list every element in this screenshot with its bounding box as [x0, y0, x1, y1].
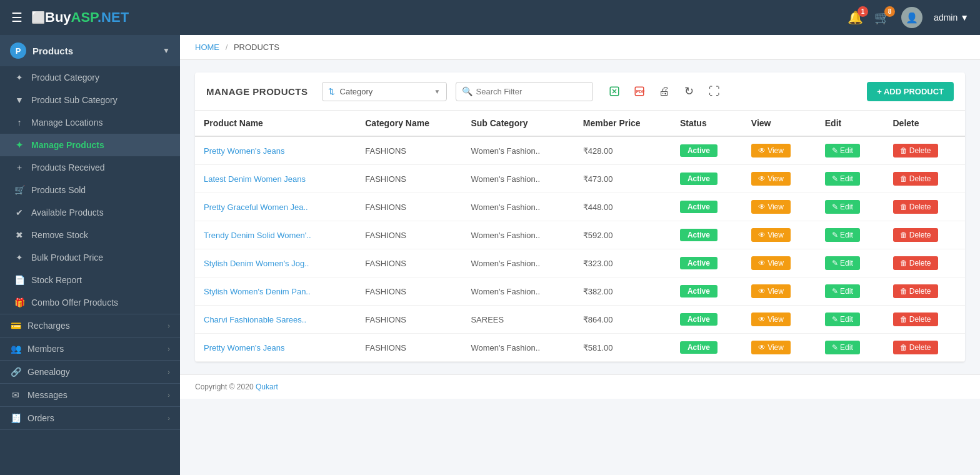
sidebar-members[interactable]: 👥 Members › [0, 338, 180, 360]
cell-price: ₹592.00 [574, 221, 671, 249]
product-link[interactable]: Latest Denim Women Jeans [204, 174, 306, 184]
cell-product-name: Charvi Fashionable Sarees.. [195, 306, 356, 334]
expand-icon[interactable]: ⬜ [31, 11, 45, 24]
cell-sub-category: Women's Fashion.. [462, 278, 574, 306]
edit-button[interactable]: ✎ Edit [825, 144, 860, 158]
username-label[interactable]: admin ▼ [934, 12, 969, 22]
cell-sub-category: Women's Fashion.. [462, 136, 574, 165]
fullscreen-button[interactable]: ⛶ [704, 81, 724, 101]
edit-button[interactable]: ✎ Edit [825, 256, 860, 270]
hamburger-icon[interactable]: ☰ [11, 10, 22, 25]
sidebar-messages-section: ✉ Messages › [0, 384, 180, 407]
product-link[interactable]: Charvi Fashionable Sarees.. [204, 315, 306, 324]
notification-bell[interactable]: 🔔 1 [848, 10, 863, 25]
view-button[interactable]: 👁 View [751, 200, 791, 214]
edit-button[interactable]: ✎ Edit [825, 312, 860, 326]
col-view: View [742, 111, 816, 136]
messages-chevron: › [168, 391, 170, 399]
export-pdf-button[interactable]: PDF [629, 81, 649, 101]
sidebar-recharges[interactable]: 💳 Recharges › [0, 314, 180, 337]
delete-button[interactable]: 🗑 Delete [893, 341, 938, 354]
view-button[interactable]: 👁 View [751, 341, 791, 354]
cell-status: Active [671, 334, 742, 362]
sidebar-genealogy[interactable]: 🔗 Genealogy › [0, 361, 180, 383]
footer-brand[interactable]: Qukart [256, 382, 278, 391]
manage-products-card: MANAGE PRODUCTS Category 🔍 PDF [195, 72, 965, 362]
product-link[interactable]: Pretty Women's Jeans [204, 146, 284, 156]
manage-locations-icon: ↑ [14, 118, 25, 128]
breadcrumb-home[interactable]: HOME [195, 42, 219, 52]
status-badge: Active [680, 229, 718, 241]
cell-view: 👁 View [742, 334, 816, 362]
delete-button[interactable]: 🗑 Delete [893, 312, 938, 326]
sidebar-item-remove-stock[interactable]: ✖ Remove Stock [0, 224, 180, 246]
footer: Copyright © 2020 Qukart [180, 374, 980, 399]
view-button[interactable]: 👁 View [751, 228, 791, 242]
search-wrap: 🔍 [456, 82, 593, 101]
add-product-button[interactable]: + ADD PRODUCT [867, 82, 954, 101]
sidebar-item-product-category[interactable]: ✦ Product Category [0, 66, 180, 89]
delete-button[interactable]: 🗑 Delete [893, 172, 938, 186]
sidebar-item-manage-locations[interactable]: ↑ Manage Locations [0, 111, 180, 134]
edit-button[interactable]: ✎ Edit [825, 228, 860, 242]
products-sold-label: Products Sold [31, 185, 86, 195]
delete-button[interactable]: 🗑 Delete [893, 256, 938, 270]
product-link[interactable]: Pretty Women's Jeans [204, 343, 284, 352]
cell-status: Active [671, 136, 742, 165]
products-section-chevron: ▼ [162, 46, 170, 55]
delete-button[interactable]: 🗑 Delete [893, 144, 938, 158]
sidebar-item-products-sold[interactable]: 🛒 Products Sold [0, 179, 180, 201]
view-button[interactable]: 👁 View [751, 284, 791, 298]
sidebar-item-available-products[interactable]: ✔ Available Products [0, 201, 180, 224]
status-badge: Active [680, 341, 718, 354]
cart-badge: 8 [884, 6, 895, 17]
combo-offer-products-icon: 🎁 [14, 298, 25, 308]
edit-button[interactable]: ✎ Edit [825, 172, 860, 186]
category-select[interactable]: Category [322, 82, 447, 101]
cell-edit: ✎ Edit [816, 249, 884, 278]
avatar[interactable]: 👤 [901, 7, 922, 28]
delete-button[interactable]: 🗑 Delete [893, 200, 938, 214]
sidebar-messages[interactable]: ✉ Messages › [0, 384, 180, 406]
view-button[interactable]: 👁 View [751, 256, 791, 270]
sidebar-item-manage-products[interactable]: ✦ Manage Products [0, 134, 180, 156]
sidebar-item-stock-report[interactable]: 📄 Stock Report [0, 269, 180, 291]
sidebar-members-section: 👥 Members › [0, 338, 180, 361]
view-button[interactable]: 👁 View [751, 312, 791, 326]
cart-icon[interactable]: 🛒 8 [874, 10, 890, 25]
cell-status: Active [671, 278, 742, 306]
edit-button[interactable]: ✎ Edit [825, 284, 860, 298]
members-chevron: › [168, 345, 170, 352]
sidebar-item-products-received[interactable]: + Products Received [0, 156, 180, 179]
delete-button[interactable]: 🗑 Delete [893, 284, 938, 298]
search-input[interactable] [456, 82, 593, 101]
product-link[interactable]: Pretty Graceful Women Jea.. [204, 202, 308, 212]
cell-delete: 🗑 Delete [884, 249, 966, 278]
edit-button[interactable]: ✎ Edit [825, 200, 860, 214]
edit-button[interactable]: ✎ Edit [825, 341, 860, 354]
brand-logo[interactable]: BuyASP.NET [45, 9, 129, 26]
cell-category: FASHIONS [356, 136, 462, 165]
print-button[interactable]: 🖨 [654, 81, 674, 101]
view-button[interactable]: 👁 View [751, 172, 791, 186]
cell-price: ₹581.00 [574, 334, 671, 362]
cell-edit: ✎ Edit [816, 278, 884, 306]
cell-sub-category: Women's Fashion.. [462, 221, 574, 249]
sidebar-item-product-sub-category[interactable]: ▼ Product Sub Category [0, 89, 180, 111]
cell-sub-category: Women's Fashion.. [462, 249, 574, 278]
cell-product-name: Stylish Women's Denim Pan.. [195, 278, 356, 306]
view-button[interactable]: 👁 View [751, 144, 791, 158]
sidebar-item-combo-offer-products[interactable]: 🎁 Combo Offer Products [0, 291, 180, 314]
cell-price: ₹428.00 [574, 136, 671, 165]
main-content: HOME / PRODUCTS MANAGE PRODUCTS Category… [180, 35, 980, 475]
sidebar-products-header[interactable]: P Products ▼ [0, 35, 180, 66]
sidebar-orders[interactable]: 🧾 Orders › [0, 407, 180, 429]
export-excel-button[interactable] [604, 81, 624, 101]
product-link[interactable]: Stylish Denim Women's Jog.. [204, 259, 309, 268]
refresh-button[interactable]: ↻ [679, 81, 699, 101]
product-link[interactable]: Stylish Women's Denim Pan.. [204, 287, 311, 296]
delete-button[interactable]: 🗑 Delete [893, 228, 938, 242]
product-link[interactable]: Trendy Denim Solid Women'.. [204, 231, 311, 240]
sidebar-item-bulk-product-price[interactable]: ✦ Bulk Product Price [0, 246, 180, 269]
members-icon: 👥 [10, 344, 21, 354]
